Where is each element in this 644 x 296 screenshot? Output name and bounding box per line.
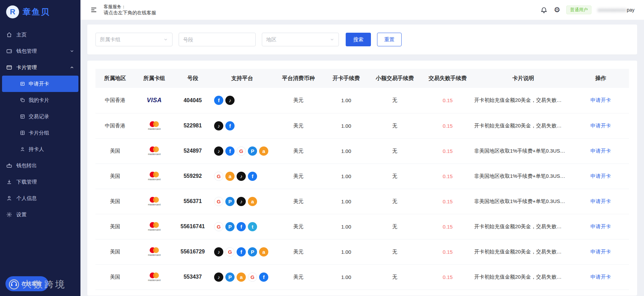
collapse-menu-icon[interactable] <box>90 6 98 14</box>
apply-card-link[interactable]: 申请开卡 <box>590 173 611 179</box>
amazon-icon: a <box>248 197 257 206</box>
actions-cell: 申请开卡 <box>572 88 629 113</box>
sidebar-subitem-label: 我的卡片 <box>29 97 49 104</box>
sidebar-item-wallet-transfer-out[interactable]: 钱包转出 <box>0 157 80 174</box>
headset-icon <box>10 279 18 288</box>
col-currency: 平台消费币种 <box>273 69 324 88</box>
card-group-select[interactable]: 所属卡组 <box>95 33 173 46</box>
table-row: 中国香港VISA404045f♪美元1.00无0.15开卡初始充值金额20美金，… <box>95 88 629 113</box>
google-icon: G <box>214 222 223 231</box>
apply-card-link[interactable]: 申请开卡 <box>590 223 611 229</box>
apply-card-link[interactable]: 申请开卡 <box>590 274 611 280</box>
currency-cell: 美元 <box>273 113 324 138</box>
sidebar-item-home[interactable]: 主页 <box>0 27 80 43</box>
user-account[interactable]: ●●●●●●●●● pay <box>598 7 634 13</box>
card-group-select-placeholder: 所属卡组 <box>100 36 120 43</box>
sidebar-item-download-management[interactable]: 下载管理 <box>0 174 80 190</box>
table-row: 美国mastercard55616741GPft美元1.00无0.15开卡初始充… <box>95 214 629 239</box>
app-logo-icon: R <box>6 5 19 18</box>
online-service-button[interactable]: 在线客服 <box>5 276 48 291</box>
apply-card-link[interactable]: 申请开卡 <box>590 97 611 103</box>
sidebar-subitem-my-cards[interactable]: 我的卡片 <box>2 92 78 108</box>
chevron-down-icon <box>163 37 168 42</box>
google-icon: G <box>225 247 235 256</box>
bin-cell: 556371 <box>174 189 211 214</box>
region-cell: 美国 <box>95 264 135 290</box>
open-fee-cell: 1.00 <box>324 163 368 189</box>
chevron-down-icon <box>330 37 334 42</box>
col-platforms: 支持平台 <box>211 69 273 88</box>
card-desc-cell: 非美国地区收取1%手续费+单笔0.3US… <box>474 189 572 214</box>
bin-cell: 559292 <box>174 163 211 189</box>
search-button[interactable]: 搜索 <box>346 33 371 46</box>
sidebar-subitem-transactions[interactable]: 交易记录 <box>2 108 78 125</box>
small-fee-cell: 无 <box>368 138 421 163</box>
sidebar-subitem-cardholders[interactable]: 持卡人 <box>2 141 78 157</box>
region-cell: 中国香港 <box>95 113 135 138</box>
small-fee-cell: 无 <box>368 88 421 113</box>
service-notice: 客服服务： 请点击左下角的在线客服 <box>104 4 156 16</box>
apply-card-link[interactable]: 申请开卡 <box>590 148 611 154</box>
sidebar-subitem-card-groups[interactable]: 卡片分组 <box>2 125 78 141</box>
google-icon: G <box>214 172 223 181</box>
tiktok-icon: ♪ <box>225 96 235 105</box>
platforms-cell: f♪ <box>211 88 273 113</box>
sidebar-subitem-apply-card[interactable]: 申请开卡 <box>2 76 78 92</box>
card-group-cell: mastercard <box>135 214 174 239</box>
settings-gear-icon[interactable]: ⚙ <box>554 6 560 14</box>
apply-card-link[interactable]: 申请开卡 <box>590 198 611 204</box>
table-row: 美国mastercard553437♪PaGf美元1.00无0.15开卡初始充值… <box>95 264 629 290</box>
sidebar-subitem-label: 交易记录 <box>29 113 49 120</box>
col-bin: 号段 <box>174 69 211 88</box>
card-table-card: 所属地区 所属卡组 号段 支持平台 平台消费币种 开卡手续费 小额交易手续费 交… <box>87 61 637 296</box>
region-cell: 美国 <box>95 189 135 214</box>
platforms-cell: GP♪a <box>211 189 273 214</box>
sidebar-item-profile[interactable]: 个人信息 <box>0 190 80 206</box>
apply-card-link[interactable]: 申请开卡 <box>590 123 611 128</box>
tiktok-icon: ♪ <box>237 172 246 181</box>
sidebar-subitem-label: 申请开卡 <box>29 81 49 87</box>
card-group-cell: mastercard <box>135 163 174 189</box>
my-cards-icon <box>20 97 25 103</box>
table-row: 中国香港mastercard522981♪f美元1.00无0.15开卡初始充值金… <box>95 113 629 138</box>
sidebar-item-label: 卡片管理 <box>16 64 37 71</box>
card-desc-cell: 开卡初始充值金额20美金，交易失败… <box>474 239 572 264</box>
online-service-label: 在线客服 <box>21 281 42 287</box>
bin-input[interactable] <box>179 33 256 46</box>
sidebar-item-card-management[interactable]: 卡片管理 <box>0 59 80 76</box>
apply-card-icon <box>20 81 25 87</box>
currency-cell: 美元 <box>273 163 324 189</box>
user-icon <box>6 195 12 201</box>
amazon-icon: a <box>225 172 235 181</box>
sidebar-item-wallet-management[interactable]: 钱包管理 <box>0 43 80 59</box>
card-group-cell: mastercard <box>135 113 174 138</box>
fail-fee-cell: 0.15 <box>421 264 474 290</box>
sidebar-item-label: 钱包管理 <box>16 48 37 54</box>
card-desc-cell: 开卡初始充值金额20美金，交易失败… <box>474 214 572 239</box>
paypal-icon: P <box>225 197 235 206</box>
sidebar-item-settings[interactable]: 设置 <box>0 206 80 223</box>
app-logo[interactable]: R 章鱼贝 <box>0 0 80 23</box>
region-cell: 美国 <box>95 239 135 264</box>
region-select[interactable]: 地区 <box>262 33 339 46</box>
actions-cell: 申请开卡 <box>572 264 629 290</box>
region-cell: 中国香港 <box>95 88 135 113</box>
page-content: 所属卡组 地区 搜索 重置 <box>80 20 644 296</box>
currency-cell: 美元 <box>273 88 324 113</box>
actions-cell: 申请开卡 <box>572 189 629 214</box>
user-type-badge: 普通用户 <box>566 5 591 14</box>
card-products-table: 所属地区 所属卡组 号段 支持平台 平台消费币种 开卡手续费 小额交易手续费 交… <box>95 69 629 290</box>
google-icon: G <box>248 272 257 282</box>
card-desc-cell: 开卡初始充值金额20美金，交易失败… <box>474 113 572 138</box>
paypal-icon: P <box>248 146 257 156</box>
currency-cell: 美元 <box>273 239 324 264</box>
amazon-icon: a <box>259 146 268 156</box>
reset-button[interactable]: 重置 <box>377 33 402 46</box>
paypal-icon: P <box>248 247 257 256</box>
apply-card-link[interactable]: 申请开卡 <box>590 249 611 254</box>
card-desc-cell: 开卡初始充值金额20美金，交易失败… <box>474 88 572 113</box>
chevron-down-icon <box>70 49 74 53</box>
notification-bell-icon[interactable] <box>540 6 548 14</box>
home-icon <box>6 32 12 38</box>
facebook-icon: f <box>237 247 246 256</box>
